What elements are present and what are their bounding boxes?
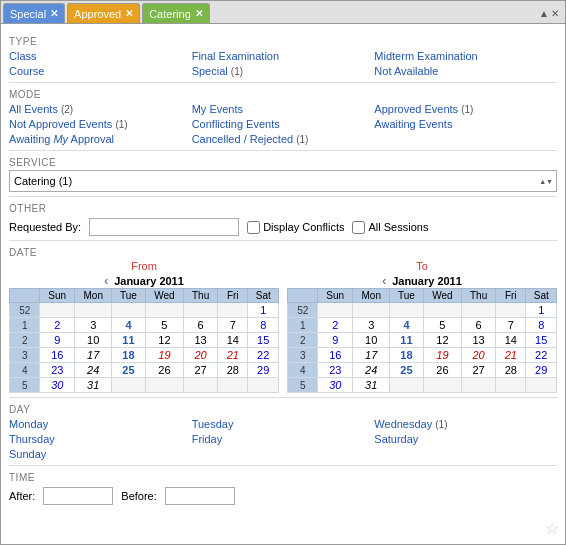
from-prev-arrow[interactable]: ‹ [104, 274, 108, 288]
to-day-13[interactable]: 13 [462, 333, 496, 348]
to-day-17[interactable]: 17 [353, 348, 390, 363]
mode-awaiting-approval[interactable]: Awaiting My Approval [9, 132, 192, 146]
to-day-15[interactable]: 15 [526, 333, 557, 348]
to-day-12[interactable]: 12 [423, 333, 462, 348]
day-thursday[interactable]: Thursday [9, 432, 192, 446]
from-day-4[interactable]: 4 [112, 318, 145, 333]
from-day-10[interactable]: 10 [75, 333, 112, 348]
tab-approved-close[interactable]: ✕ [125, 9, 133, 19]
mode-all-events[interactable]: All Events (2) [9, 102, 192, 116]
from-day-5[interactable]: 5 [145, 318, 184, 333]
type-class[interactable]: Class [9, 49, 192, 63]
from-day-27[interactable]: 27 [184, 363, 218, 378]
to-day-2[interactable]: 2 [318, 318, 353, 333]
day-monday[interactable]: Monday [9, 417, 192, 431]
minimize-button[interactable]: ▲ [539, 8, 549, 19]
from-day-30[interactable]: 30 [40, 378, 75, 393]
from-day-1[interactable]: 1 [248, 303, 279, 318]
type-final-exam[interactable]: Final Examination [192, 49, 375, 63]
from-day-16[interactable]: 16 [40, 348, 75, 363]
type-not-available[interactable]: Not Available [374, 64, 557, 78]
tab-special[interactable]: Special ✕ [3, 3, 65, 23]
to-day-1[interactable]: 1 [526, 303, 557, 318]
from-day-26[interactable]: 26 [145, 363, 184, 378]
to-day-5[interactable]: 5 [423, 318, 462, 333]
to-day-25[interactable]: 25 [390, 363, 423, 378]
to-day-23[interactable]: 23 [318, 363, 353, 378]
to-day-10[interactable]: 10 [353, 333, 390, 348]
day-saturday[interactable]: Saturday [374, 432, 557, 446]
to-day-26[interactable]: 26 [423, 363, 462, 378]
to-day-30[interactable]: 30 [318, 378, 353, 393]
to-day-31[interactable]: 31 [353, 378, 390, 393]
mode-awaiting-events[interactable]: Awaiting Events [374, 117, 557, 131]
from-day-3[interactable]: 3 [75, 318, 112, 333]
to-day-7[interactable]: 7 [496, 318, 526, 333]
from-day-9[interactable]: 9 [40, 333, 75, 348]
from-day-7[interactable]: 7 [218, 318, 248, 333]
from-day-20[interactable]: 20 [184, 348, 218, 363]
to-day-4[interactable]: 4 [390, 318, 423, 333]
from-day-14[interactable]: 14 [218, 333, 248, 348]
to-day-14[interactable]: 14 [496, 333, 526, 348]
mode-cancelled[interactable]: Cancelled / Rejected (1) [192, 132, 375, 146]
mode-conflicting[interactable]: Conflicting Events [192, 117, 375, 131]
from-day-31[interactable]: 31 [75, 378, 112, 393]
to-day-9[interactable]: 9 [318, 333, 353, 348]
display-conflicts-checkbox[interactable] [247, 221, 260, 234]
to-day-19[interactable]: 19 [423, 348, 462, 363]
from-day-21[interactable]: 21 [218, 348, 248, 363]
to-day-3[interactable]: 3 [353, 318, 390, 333]
from-day-6[interactable]: 6 [184, 318, 218, 333]
to-day-22[interactable]: 22 [526, 348, 557, 363]
to-day-11[interactable]: 11 [390, 333, 423, 348]
to-day-6[interactable]: 6 [462, 318, 496, 333]
to-day-21[interactable]: 21 [496, 348, 526, 363]
type-course[interactable]: Course [9, 64, 192, 78]
after-input[interactable] [43, 487, 113, 505]
from-day-2[interactable]: 2 [40, 318, 75, 333]
from-day-22[interactable]: 22 [248, 348, 279, 363]
from-day-23[interactable]: 23 [40, 363, 75, 378]
mode-my-events[interactable]: My Events [192, 102, 375, 116]
before-input[interactable] [165, 487, 235, 505]
to-day-16[interactable]: 16 [318, 348, 353, 363]
from-day-12[interactable]: 12 [145, 333, 184, 348]
to-day-28[interactable]: 28 [496, 363, 526, 378]
to-day-29[interactable]: 29 [526, 363, 557, 378]
from-day-29[interactable]: 29 [248, 363, 279, 378]
all-sessions-checkbox[interactable] [352, 221, 365, 234]
from-day-17[interactable]: 17 [75, 348, 112, 363]
from-day-15[interactable]: 15 [248, 333, 279, 348]
from-day-13[interactable]: 13 [184, 333, 218, 348]
service-select[interactable]: Catering (1) All Services [9, 170, 557, 192]
star-icon[interactable]: ☆ [545, 519, 559, 538]
from-day-11[interactable]: 11 [112, 333, 145, 348]
tab-catering[interactable]: Catering ✕ [142, 3, 210, 23]
day-friday[interactable]: Friday [192, 432, 375, 446]
day-tuesday[interactable]: Tuesday [192, 417, 375, 431]
from-day-24[interactable]: 24 [75, 363, 112, 378]
tab-special-close[interactable]: ✕ [50, 9, 58, 19]
type-special[interactable]: Special (1) [192, 64, 375, 78]
day-sunday[interactable]: Sunday [9, 447, 192, 461]
from-day-25[interactable]: 25 [112, 363, 145, 378]
from-day-8[interactable]: 8 [248, 318, 279, 333]
from-day-19[interactable]: 19 [145, 348, 184, 363]
to-day-8[interactable]: 8 [526, 318, 557, 333]
to-prev-arrow[interactable]: ‹ [382, 274, 386, 288]
requested-by-input[interactable] [89, 218, 239, 236]
to-day-18[interactable]: 18 [390, 348, 423, 363]
type-midterm[interactable]: Midterm Examination [374, 49, 557, 63]
day-wednesday[interactable]: Wednesday (1) [374, 417, 557, 431]
from-day-18[interactable]: 18 [112, 348, 145, 363]
to-day-24[interactable]: 24 [353, 363, 390, 378]
mode-approved-events[interactable]: Approved Events (1) [374, 102, 557, 116]
to-day-27[interactable]: 27 [462, 363, 496, 378]
to-day-20[interactable]: 20 [462, 348, 496, 363]
from-day-28[interactable]: 28 [218, 363, 248, 378]
tab-catering-close[interactable]: ✕ [195, 9, 203, 19]
tab-approved[interactable]: Approved ✕ [67, 3, 140, 23]
mode-not-approved[interactable]: Not Approved Events (1) [9, 117, 192, 131]
close-button[interactable]: ✕ [551, 8, 559, 19]
